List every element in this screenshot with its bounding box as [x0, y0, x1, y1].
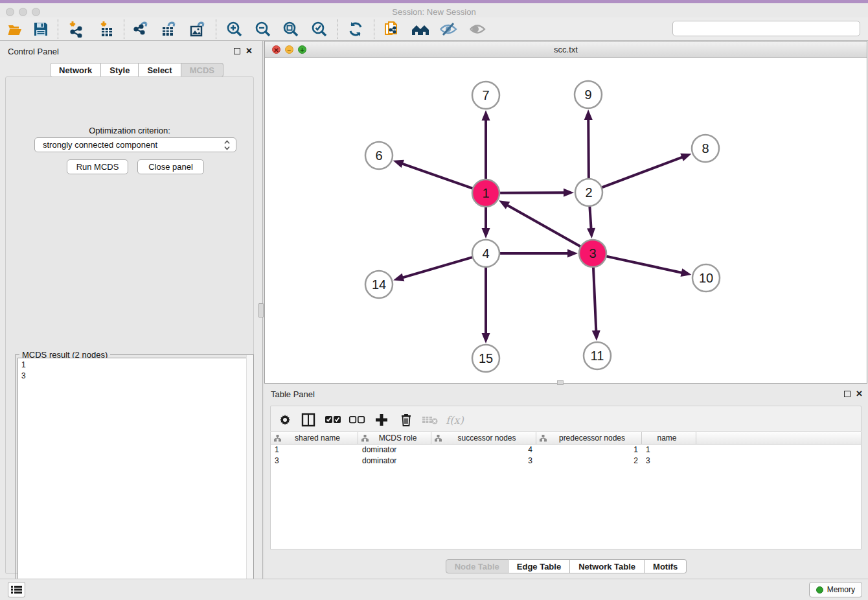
graph-arrowhead: [587, 228, 595, 238]
delete-column-icon[interactable]: [397, 411, 415, 429]
zoom-in-icon[interactable]: [225, 20, 244, 38]
graph-arrowhead: [393, 273, 404, 281]
graph-node-label: 14: [372, 277, 386, 292]
graph-edge-3-10[interactable]: [606, 257, 685, 274]
table-header-row: shared nameMCDS rolesuccessor nodesprede…: [271, 432, 861, 444]
memory-button[interactable]: Memory: [809, 582, 862, 597]
mcds-result-group: MCDS result (2 nodes) 1 3: [15, 354, 254, 600]
column-layout-icon[interactable]: [299, 411, 317, 429]
column-header-successor-nodes[interactable]: successor nodes: [431, 432, 536, 444]
import-table-icon[interactable]: [98, 20, 116, 38]
float-panel-icon[interactable]: [234, 48, 240, 54]
graph-edge-2-9[interactable]: [588, 115, 589, 178]
gear-icon[interactable]: [276, 411, 294, 429]
optimization-criterion-value: strongly connected component: [43, 140, 157, 150]
column-header-shared-name[interactable]: shared name: [271, 432, 358, 444]
graph-arrowhead: [482, 110, 490, 121]
graph-edge-2-8[interactable]: [602, 156, 686, 187]
window-title: Session: New Session: [0, 7, 868, 17]
export-table-icon[interactable]: [160, 20, 178, 38]
float-table-panel-icon[interactable]: [844, 391, 851, 397]
graph-edge-3-1[interactable]: [504, 203, 580, 246]
table-cell[interactable]: dominator: [358, 444, 431, 456]
search-input[interactable]: [672, 21, 860, 36]
run-mcds-button[interactable]: Run MCDS: [67, 159, 128, 174]
duplicate-network-icon[interactable]: [383, 20, 401, 38]
table-row[interactable]: 1dominator411: [271, 444, 861, 456]
table-cell[interactable]: 3: [642, 456, 696, 467]
unselect-all-columns-icon[interactable]: [348, 411, 366, 429]
column-header-name[interactable]: name: [642, 432, 696, 444]
network-window-title: scc.txt: [265, 45, 867, 54]
tab-node-table[interactable]: Node Table: [446, 559, 508, 573]
mcds-result-text[interactable]: 1 3: [17, 358, 251, 600]
table-cell[interactable]: 2: [536, 456, 642, 467]
graph-arrowhead: [482, 228, 490, 238]
add-column-icon[interactable]: [372, 411, 391, 429]
tab-motifs[interactable]: Motifs: [645, 559, 687, 573]
control-panel-title: Control Panel: [8, 47, 59, 56]
zoom-out-icon[interactable]: [254, 20, 272, 38]
graph-node-label: 7: [482, 88, 489, 102]
export-image-icon[interactable]: [188, 20, 207, 38]
list-icon: [11, 585, 22, 594]
export-network-icon[interactable]: [132, 20, 150, 38]
close-panel-button[interactable]: Close panel: [137, 159, 204, 174]
save-session-icon[interactable]: [32, 20, 50, 38]
tab-network-table[interactable]: Network Table: [570, 559, 645, 573]
hide-selected-icon[interactable]: [439, 20, 457, 38]
graph-node-label: 1: [482, 186, 489, 200]
tab-style[interactable]: Style: [101, 63, 139, 77]
optimization-criterion-select[interactable]: strongly connected component: [34, 137, 236, 152]
table-cell[interactable]: 4: [431, 444, 536, 456]
horizontal-splitter-grip[interactable]: [557, 380, 564, 385]
table-cell[interactable]: dominator: [358, 456, 431, 467]
first-neighbors-icon[interactable]: [411, 20, 429, 38]
result-scrollbar[interactable]: [246, 355, 253, 600]
zoom-selected-icon[interactable]: [310, 20, 328, 38]
tab-select[interactable]: Select: [139, 63, 181, 77]
graph-arrowhead: [482, 333, 490, 343]
zoom-fit-icon[interactable]: [282, 20, 300, 38]
graph-edge-1-2[interactable]: [500, 192, 568, 193]
graph-arrowhead: [393, 160, 404, 168]
network-graph[interactable]: 7968124314101511: [265, 58, 867, 383]
tab-edge-table[interactable]: Edge Table: [508, 559, 570, 573]
table-cell[interactable]: 3: [271, 456, 358, 467]
memory-label: Memory: [827, 585, 855, 594]
import-network-icon[interactable]: [67, 20, 85, 38]
network-window-titlebar[interactable]: ✕ − + scc.txt: [265, 41, 867, 58]
graph-edge-3-11[interactable]: [593, 268, 597, 335]
close-panel-icon[interactable]: ✕: [246, 48, 253, 54]
memory-status-icon: [816, 586, 823, 594]
graph-node-label: 8: [702, 141, 709, 156]
panel-list-button[interactable]: [8, 582, 25, 597]
control-panel-tabs: Network Style Select MCDS: [50, 63, 223, 77]
table-row[interactable]: 3dominator323: [271, 456, 861, 467]
column-header-MCDS-role[interactable]: MCDS role: [358, 432, 431, 444]
close-table-panel-icon[interactable]: ✕: [856, 391, 863, 397]
graph-edge-4-14[interactable]: [399, 257, 472, 279]
show-all-icon[interactable]: [468, 20, 486, 38]
table-panel: Table Panel ✕ f(x) shared nameMCDS roles…: [264, 386, 868, 579]
graph-edge-1-6[interactable]: [398, 163, 472, 189]
graph-node-label: 4: [482, 246, 489, 260]
select-all-columns-icon[interactable]: [324, 411, 342, 429]
table-cell[interactable]: 3: [431, 456, 536, 467]
table-cell[interactable]: 1: [536, 444, 642, 456]
mcds-panel: Optimization criterion: strongly connect…: [5, 76, 254, 574]
vertical-splitter-grip[interactable]: [258, 303, 264, 317]
refresh-icon[interactable]: [347, 20, 365, 38]
open-session-icon[interactable]: [6, 20, 24, 38]
column-header-predecessor-nodes[interactable]: predecessor nodes: [536, 432, 642, 444]
tab-network[interactable]: Network: [50, 63, 101, 77]
table-cell[interactable]: 1: [642, 444, 696, 456]
graph-node-label: 10: [699, 271, 713, 285]
table-cell[interactable]: 1: [271, 444, 358, 456]
node-table[interactable]: shared nameMCDS rolesuccessor nodesprede…: [270, 432, 862, 549]
main-toolbar: [0, 17, 868, 41]
graph-arrowhead: [681, 268, 692, 277]
graph-node-label: 3: [589, 246, 596, 260]
tab-mcds[interactable]: MCDS: [181, 63, 223, 77]
toolbar-separator: [337, 19, 338, 39]
